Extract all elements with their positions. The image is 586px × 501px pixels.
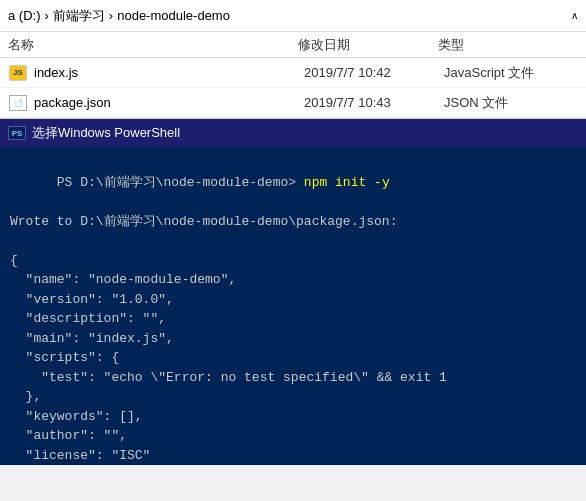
ps-json-keywords: "keywords": [],	[10, 407, 576, 427]
column-header-date[interactable]: 修改日期	[298, 36, 438, 54]
file-name: index.js	[34, 65, 304, 80]
ps-json-scripts: "scripts": {	[10, 348, 576, 368]
ps-json-desc: "description": "",	[10, 309, 576, 329]
ps-flag: -y	[374, 175, 390, 190]
ps-json-name: "name": "node-module-demo",	[10, 270, 576, 290]
ps-json-license: "license": "ISC"	[10, 446, 576, 466]
ps-command-line: PS D:\前端学习\node-module-demo> npm init -y	[10, 153, 576, 212]
ps-blank	[10, 231, 576, 251]
file-date: 2019/7/7 10:43	[304, 95, 444, 110]
file-date: 2019/7/7 10:42	[304, 65, 444, 80]
column-header-name[interactable]: 名称	[8, 36, 298, 54]
breadcrumb-current: node-module-demo	[117, 8, 230, 23]
powershell-title: 选择Windows PowerShell	[32, 124, 180, 142]
ps-prompt: PS D:\前端学习\node-module-demo>	[57, 175, 304, 190]
ps-json-version: "version": "1.0.0",	[10, 290, 576, 310]
json-file-icon: 📄	[8, 95, 28, 111]
ps-json-main: "main": "index.js",	[10, 329, 576, 349]
ps-json-scripts-close: },	[10, 387, 576, 407]
breadcrumb: a (D:) › 前端学习 › node-module-demo ∧	[0, 0, 586, 32]
ps-command: npm init	[304, 175, 374, 190]
powershell-content[interactable]: PS D:\前端学习\node-module-demo> npm init -y…	[0, 147, 586, 465]
powershell-window: PS 选择Windows PowerShell PS D:\前端学习\node-…	[0, 119, 586, 465]
js-file-icon: JS	[8, 65, 28, 81]
breadcrumb-folder1[interactable]: 前端学习	[53, 7, 105, 25]
file-type: JSON 文件	[444, 94, 578, 112]
chevron-up-icon[interactable]: ∧	[571, 10, 578, 21]
ps-json-author: "author": "",	[10, 426, 576, 446]
column-header-type[interactable]: 类型	[438, 36, 578, 54]
breadcrumb-sep1: ›	[45, 8, 49, 23]
file-name: package.json	[34, 95, 304, 110]
powershell-titlebar[interactable]: PS 选择Windows PowerShell	[0, 119, 586, 147]
table-row[interactable]: 📄 package.json 2019/7/7 10:43 JSON 文件	[0, 88, 586, 118]
breadcrumb-sep2: ›	[109, 8, 113, 23]
file-list-header: 名称 修改日期 类型	[0, 32, 586, 58]
ps-json-test: "test": "echo \"Error: no test specified…	[10, 368, 576, 388]
ps-json-open: {	[10, 251, 576, 271]
file-type: JavaScript 文件	[444, 64, 578, 82]
powershell-logo-icon: PS	[8, 126, 26, 140]
table-row[interactable]: JS index.js 2019/7/7 10:42 JavaScript 文件	[0, 58, 586, 88]
ps-output-wrote: Wrote to D:\前端学习\node-module-demo\packag…	[10, 212, 576, 232]
breadcrumb-drive[interactable]: a (D:)	[8, 8, 41, 23]
